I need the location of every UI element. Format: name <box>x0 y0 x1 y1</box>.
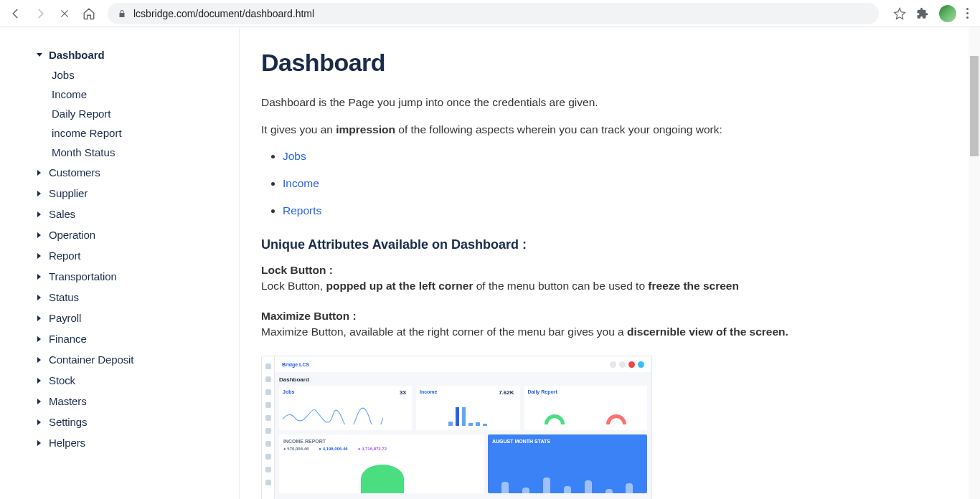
scrollbar-track[interactable] <box>969 27 980 499</box>
sidebar-item-transportation[interactable]: Transportation <box>36 266 239 287</box>
scrollbar-thumb[interactable] <box>970 56 979 156</box>
aspect-links: JobsIncomeReports <box>283 150 951 217</box>
profile-avatar[interactable] <box>939 5 956 22</box>
section-subtitle: Unique Attributes Available on Dashboard… <box>261 237 951 252</box>
aspect-link-income[interactable]: Income <box>283 177 319 189</box>
browser-toolbar: lcsbridge.com/document/dashboard.html <box>0 0 980 27</box>
sidebar-subitem-month-status[interactable]: Month Status <box>52 143 239 162</box>
main-content: Dashboard Dashboard is the Page you jump… <box>240 27 980 499</box>
sidebar-item-dashboard[interactable]: Dashboard <box>36 44 239 65</box>
sidebar-item-settings[interactable]: Settings <box>36 412 239 432</box>
sidebar-nav: DashboardJobsIncomeDaily Reportincome Re… <box>10 27 240 499</box>
sidebar-subitem-daily-report[interactable]: Daily Report <box>52 104 239 123</box>
aspect-link-item: Reports <box>283 204 951 217</box>
lock-button-paragraph: Lock Button, popped up at the left corne… <box>261 280 951 293</box>
aspect-link-jobs[interactable]: Jobs <box>283 150 306 162</box>
sidebar-subitem-jobs[interactable]: Jobs <box>52 65 239 85</box>
maximize-button-heading: Maximize Button : <box>261 310 951 323</box>
kebab-menu-icon[interactable] <box>966 8 969 19</box>
sidebar-item-customers[interactable]: Customers <box>36 162 239 183</box>
page-title: Dashboard <box>261 49 951 77</box>
sidebar-item-helpers[interactable]: Helpers <box>36 432 239 453</box>
sidebar-item-report[interactable]: Report <box>36 245 239 266</box>
sidebar-subitem-income-report[interactable]: income Report <box>52 123 239 143</box>
maximize-button-paragraph: Maximize Button, available at the right … <box>261 325 951 338</box>
sidebar-item-container-deposit[interactable]: Container Deposit <box>36 349 239 370</box>
sidebar-item-status[interactable]: Status <box>36 287 239 308</box>
aspect-link-reports[interactable]: Reports <box>283 204 321 217</box>
sidebar-item-masters[interactable]: Masters <box>36 391 239 412</box>
aspect-link-item: Income <box>283 177 951 190</box>
url-bar[interactable]: lcsbridge.com/document/dashboard.html <box>108 3 879 24</box>
dashboard-screenshot: Bridge LCS Dashboard Jobs 33 Income 7.62… <box>261 356 652 499</box>
forward-button[interactable] <box>30 4 50 24</box>
star-icon[interactable] <box>893 7 906 20</box>
lock-icon <box>118 9 126 18</box>
sidebar-item-sales[interactable]: Sales <box>36 204 239 224</box>
lock-button-heading: Lock Button : <box>261 264 951 277</box>
intro-paragraph-1: Dashboard is the Page you jump into once… <box>261 94 951 111</box>
sidebar-item-stock[interactable]: Stock <box>36 370 239 391</box>
sidebar-item-finance[interactable]: Finance <box>36 328 239 349</box>
sidebar-subitem-income[interactable]: Income <box>52 85 239 104</box>
sidebar-item-operation[interactable]: Operation <box>36 224 239 245</box>
sidebar-item-payroll[interactable]: Payroll <box>36 308 239 328</box>
aspect-link-item: Jobs <box>283 150 951 163</box>
url-text: lcsbridge.com/document/dashboard.html <box>133 8 314 19</box>
extensions-icon[interactable] <box>916 7 929 20</box>
intro-paragraph-2: It gives you an impression of the follow… <box>261 121 951 138</box>
home-button[interactable] <box>79 4 99 24</box>
back-button[interactable] <box>6 4 26 24</box>
stop-button[interactable] <box>55 4 75 24</box>
browser-right-icons <box>887 5 974 22</box>
sidebar-item-supplier[interactable]: Supplier <box>36 183 239 204</box>
